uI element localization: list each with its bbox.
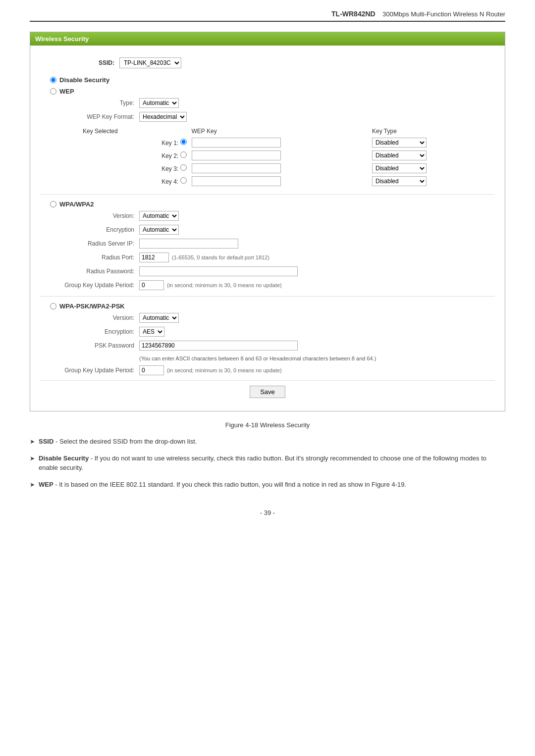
table-row: Key 1: Disabled: [81, 137, 514, 149]
info-term-2: Disable Security: [39, 454, 89, 462]
info-desc-3: - It is based on the IEEE 802.11 standar…: [54, 481, 407, 488]
psk-version-select[interactable]: Automatic: [139, 313, 179, 323]
wpa-version-label: Version:: [60, 212, 139, 219]
wep-type-select[interactable]: Automatic: [139, 98, 179, 108]
panel-body: SSID: TP-LINK_84203C Disable Security WE…: [30, 46, 505, 411]
radius-server-row: Radius Server IP:: [60, 239, 495, 249]
wpa-section: WPA/WPA2 Version: Automatic Encryption A…: [40, 201, 495, 290]
wep-key-format-label: WEP Key Format:: [60, 113, 139, 120]
key1-input[interactable]: [192, 138, 281, 148]
psk-hint: (You can enter ASCII characters between …: [139, 355, 376, 361]
table-row: Key 2: Disabled: [81, 150, 514, 161]
key3-type-select[interactable]: Disabled: [372, 163, 427, 173]
table-row: Key 4: Disabled: [81, 175, 514, 187]
info-desc-2: - If you do not want to use wireless sec…: [39, 454, 486, 472]
key4-radio[interactable]: [180, 177, 187, 184]
radius-port-label: Radius Port:: [60, 254, 139, 261]
key3-radio[interactable]: [180, 164, 187, 171]
psk-encryption-row: Encryption: AES: [60, 327, 495, 337]
wpa-psk-label[interactable]: WPA-PSK/WPA2-PSK: [40, 302, 495, 310]
wep-key-header: WEP Key: [190, 127, 370, 136]
page-header: TL-WR842ND 300Mbps Multi-Function Wirele…: [30, 10, 505, 22]
wpa-version-row: Version: Automatic: [60, 211, 495, 221]
save-button[interactable]: Save: [250, 386, 285, 398]
radius-port-row: Radius Port: (1-65535, 0 stands for defa…: [60, 252, 495, 262]
info-desc-1: - Select the desired SSID from the drop-…: [54, 438, 197, 445]
save-row: Save: [40, 380, 495, 401]
radius-password-row: Radius Password:: [60, 266, 495, 276]
radius-port-hint: (1-65535, 0 stands for default port 1812…: [172, 254, 269, 260]
key3-input[interactable]: [192, 163, 281, 173]
table-row: Key 3: Disabled: [81, 162, 514, 174]
wpa-encryption-row: Encryption Automatic: [60, 225, 495, 235]
wpa-encryption-label: Encryption: [60, 226, 139, 233]
ssid-select[interactable]: TP-LINK_84203C: [119, 57, 181, 68]
wpa-fields: Version: Automatic Encryption Automatic …: [40, 211, 495, 290]
wep-label[interactable]: WEP: [40, 88, 495, 95]
wep-key-table: Key Selected WEP Key Key Type Key 1:: [80, 126, 515, 188]
page-number: - 39 -: [30, 509, 505, 516]
wep-type-label: Type:: [60, 100, 139, 106]
wpa-group-key-row: Group Key Update Period: (in second; min…: [60, 280, 495, 290]
wpa-psk-section: WPA-PSK/WPA2-PSK Version: Automatic Encr…: [40, 302, 495, 375]
psk-group-key-row: Group Key Update Period: (in second; min…: [60, 365, 495, 375]
wpa-group-key-label: Group Key Update Period:: [60, 282, 139, 289]
psk-password-row: PSK Password: [60, 341, 495, 351]
header-spacer: [377, 10, 380, 18]
list-item: SSID - Select the desired SSID from the …: [30, 437, 505, 447]
wpa-psk-radio[interactable]: [50, 303, 56, 309]
psk-version-row: Version: Automatic: [60, 313, 495, 323]
info-term-1: SSID: [39, 438, 54, 445]
radius-server-label: Radius Server IP:: [60, 240, 139, 247]
wep-fields: Type: Automatic WEP Key Format: Hexadeci…: [40, 98, 495, 188]
info-list: SSID - Select the desired SSID from the …: [30, 437, 505, 489]
key2-input[interactable]: [192, 151, 281, 160]
list-item: WEP - It is based on the IEEE 802.11 sta…: [30, 480, 505, 490]
list-item: Disable Security - If you do not want to…: [30, 454, 505, 473]
psk-password-input[interactable]: [139, 341, 298, 351]
radius-password-label: Radius Password:: [60, 268, 139, 275]
psk-encryption-label: Encryption:: [60, 328, 139, 335]
psk-password-label: PSK Password: [60, 342, 139, 349]
header-subtitle: 300Mbps Multi-Function Wireless N Router: [382, 10, 505, 18]
psk-group-key-hint: (in second; minimum is 30, 0 means no up…: [167, 367, 282, 373]
ssid-label: SSID:: [40, 59, 119, 66]
wep-section: WEP Type: Automatic WEP Key Format:: [40, 88, 495, 188]
figure-caption: Figure 4-18 Wireless Security: [30, 421, 505, 429]
psk-group-key-label: Group Key Update Period:: [60, 367, 139, 374]
wpa-group-key-input[interactable]: [139, 280, 164, 290]
key4-type-select[interactable]: Disabled: [372, 176, 427, 186]
wep-radio[interactable]: [50, 88, 56, 95]
wpa-encryption-select[interactable]: Automatic: [139, 225, 179, 235]
radius-port-input[interactable]: [139, 252, 169, 262]
psk-group-key-input[interactable]: [139, 365, 164, 375]
panel-title: Wireless Security: [30, 32, 505, 46]
key2-type-select[interactable]: Disabled: [372, 151, 427, 160]
wep-type-row: Type: Automatic: [60, 98, 495, 108]
radius-server-input[interactable]: [139, 239, 238, 249]
key2-radio[interactable]: [180, 151, 187, 158]
key1-type-select[interactable]: Disabled: [372, 138, 427, 148]
key4-input[interactable]: [192, 176, 281, 186]
key-type-header: Key Type: [370, 127, 514, 136]
ssid-row: SSID: TP-LINK_84203C: [40, 57, 495, 68]
radius-password-input[interactable]: [139, 266, 298, 276]
psk-hint-row: (You can enter ASCII characters between …: [60, 354, 495, 361]
wpa-radio[interactable]: [50, 201, 56, 207]
wep-key-format-row: WEP Key Format: Hexadecimal: [60, 112, 495, 122]
info-term-3: WEP: [39, 481, 54, 488]
disable-security-radio[interactable]: [50, 77, 56, 83]
psk-encryption-select[interactable]: AES: [139, 327, 164, 337]
disable-security-label[interactable]: Disable Security: [40, 76, 495, 84]
wpa-label[interactable]: WPA/WPA2: [40, 201, 495, 208]
model-name: TL-WR842ND: [331, 10, 375, 18]
key-selected-header: Key Selected: [81, 127, 189, 136]
wpa-psk-fields: Version: Automatic Encryption: AES PSK P…: [40, 313, 495, 375]
wpa-version-select[interactable]: Automatic: [139, 211, 179, 221]
disable-security-section: Disable Security: [40, 76, 495, 84]
psk-version-label: Version:: [60, 314, 139, 321]
wep-key-format-select[interactable]: Hexadecimal: [139, 112, 187, 122]
key1-radio[interactable]: [180, 139, 187, 145]
wpa-group-key-hint: (in second; minimum is 30, 0 means no up…: [167, 282, 282, 288]
wireless-security-panel: Wireless Security SSID: TP-LINK_84203C D…: [30, 32, 505, 411]
